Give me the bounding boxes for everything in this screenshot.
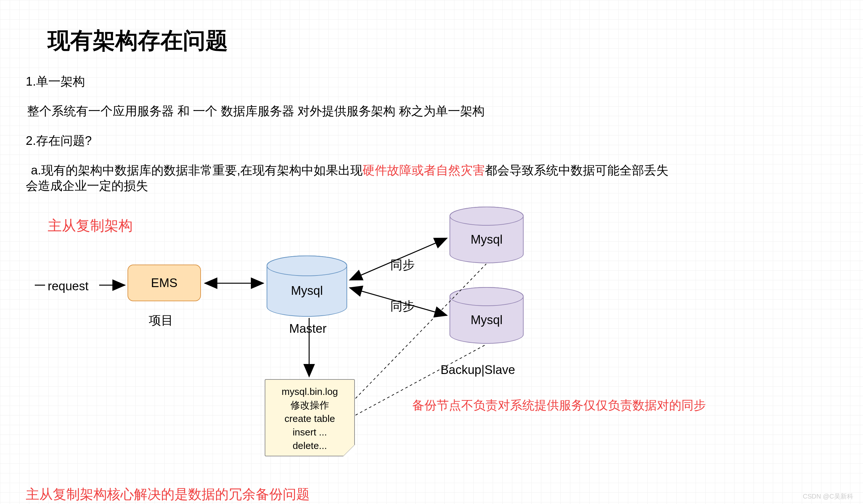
- note-l4: insert ...: [268, 425, 351, 439]
- note-l3: create table: [268, 412, 351, 425]
- mysql-master-node: Mysql: [267, 256, 347, 317]
- text-4c: 都会导致系统中数据可能全部丢失: [485, 164, 668, 177]
- note-l1: mysql.bin.log: [268, 385, 351, 398]
- page-title: 现有架构存在问题: [48, 26, 228, 56]
- binlog-note: mysql.bin.log 修改操作 create table insert .…: [265, 379, 355, 456]
- watermark: CSDN @C吴新科: [803, 492, 853, 501]
- ems-node: EMS: [127, 264, 201, 301]
- backup-slave-label: Backup|Slave: [440, 363, 515, 377]
- project-label: 项目: [149, 312, 173, 328]
- note-l5: delete...: [268, 439, 351, 453]
- master-label: Master: [289, 322, 326, 336]
- architecture-label: 主从复制架构: [48, 216, 133, 235]
- text-line-5: 会造成企业一定的损失: [26, 178, 148, 194]
- text-4b-red: 硬件故障或者自然灾害: [363, 164, 485, 177]
- text-4a: a.现有的架构中数据库的数据非常重要,在现有架构中如果出现: [31, 164, 363, 177]
- bottom-summary: 主从复制架构核心解决的是数据的冗余备份问题: [26, 485, 310, 503]
- mysql-slave1-node: Mysql: [450, 207, 524, 263]
- mysql-slave2-label: Mysql: [471, 313, 502, 327]
- text-line-1: 1.单一架构: [26, 73, 85, 90]
- sync-label-2: 同步: [390, 298, 415, 314]
- text-line-4: a.现有的架构中数据库的数据非常重要,在现有架构中如果出现硬件故障或者自然灾害都…: [31, 162, 668, 179]
- ems-label: EMS: [151, 276, 177, 290]
- mysql-slave2-node: Mysql: [450, 287, 524, 344]
- arrows-layer: [0, 0, 863, 504]
- note-l2: 修改操作: [268, 398, 351, 412]
- sync-label-1: 同步: [390, 257, 415, 273]
- diagram-content: 现有架构存在问题 1.单一架构 整个系统有一个应用服务器 和 一个 数据库服务器…: [0, 0, 863, 504]
- mysql-slave1-label: Mysql: [471, 233, 502, 247]
- text-line-2: 整个系统有一个应用服务器 和 一个 数据库服务器 对外提供服务架构 称之为单一架…: [27, 103, 485, 119]
- backup-note: 备份节点不负责对系统提供服务仅仅负责数据对的同步: [412, 397, 706, 414]
- text-line-3: 2.存在问题?: [26, 133, 92, 149]
- request-label: request: [48, 279, 89, 293]
- mysql-master-label: Mysql: [291, 284, 323, 298]
